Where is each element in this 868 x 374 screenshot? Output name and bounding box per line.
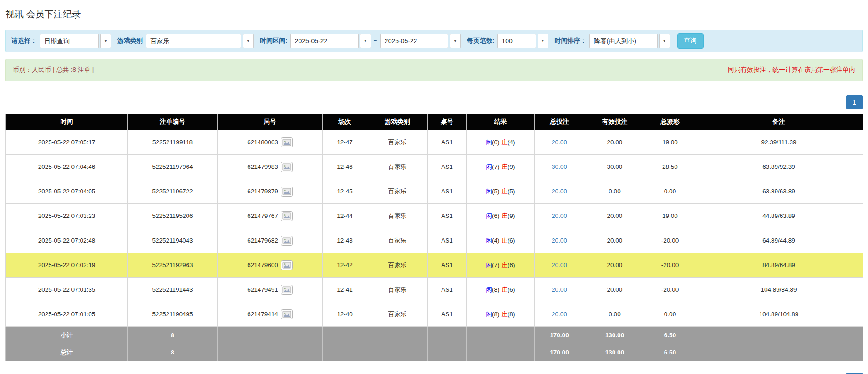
total-bet-link[interactable]: 20.00 — [552, 139, 567, 146]
bet-id-cell: 522521190495 — [128, 302, 218, 327]
date-to-select[interactable]: 2025-05-22 ▼ — [380, 34, 461, 48]
roadmap-icon[interactable] — [281, 211, 293, 221]
total-bet-cell: 20.00 — [535, 179, 584, 204]
table-number-cell: AS1 — [428, 278, 467, 302]
player-result: 闲(7) — [486, 262, 500, 268]
total-payout: 6.50 — [645, 344, 695, 361]
sort-select[interactable]: 降幂(由大到小) ▼ — [589, 34, 670, 48]
query-button[interactable]: 查询 — [677, 33, 704, 49]
chevron-down-icon[interactable]: ▼ — [659, 34, 670, 48]
player-result: 闲(7) — [486, 163, 500, 170]
query-type-value[interactable]: 日期查询 — [40, 34, 99, 48]
table-number-cell: AS1 — [428, 130, 467, 155]
chevron-down-icon[interactable]: ▼ — [450, 34, 461, 48]
bet-id-cell: 522521199118 — [128, 130, 218, 155]
total-bet-cell: 30.00 — [535, 155, 584, 179]
roadmap-icon[interactable] — [281, 309, 293, 319]
roadmap-icon[interactable] — [281, 187, 293, 197]
bet-time-cell: 2025-05-22 07:02:48 — [6, 228, 128, 253]
page-title: 视讯 会员下注纪录 — [5, 8, 863, 20]
total-bet-link[interactable]: 20.00 — [552, 237, 567, 244]
total-bet-link[interactable]: 20.00 — [552, 212, 567, 219]
banker-result: 庄(9) — [501, 163, 515, 170]
table-header-row: 时间注单编号局号场次游戏类别桌号结果总投注有效投注总派彩备注 — [6, 114, 863, 130]
page-number-button[interactable]: 1 — [846, 95, 863, 109]
result-cell: 闲(6) 庄(9) — [467, 204, 535, 228]
banker-result: 庄(9) — [501, 212, 515, 219]
table-number-cell: AS1 — [428, 228, 467, 253]
subtotal-valid-bet: 130.00 — [584, 327, 645, 344]
total-bet-cell: 20.00 — [535, 253, 584, 278]
player-result: 闲(6) — [486, 212, 500, 219]
bet-id-cell: 522521197964 — [128, 155, 218, 179]
table-number-cell: AS1 — [428, 302, 467, 327]
payout-cell: 0.00 — [645, 302, 695, 327]
empty-cell — [367, 327, 428, 344]
date-from-select[interactable]: 2025-05-22 ▼ — [290, 34, 371, 48]
note-cell: 44.89/63.89 — [695, 204, 863, 228]
roadmap-icon[interactable] — [281, 137, 293, 147]
bet-time-cell: 2025-05-22 07:04:05 — [6, 179, 128, 204]
sort-value[interactable]: 降幂(由大到小) — [589, 34, 658, 48]
table-row: 2025-05-22 07:02:48522521194043621479682… — [6, 228, 863, 253]
bet-id-cell: 522521192963 — [128, 253, 218, 278]
bet-time-cell: 2025-05-22 07:02:19 — [6, 253, 128, 278]
game-type-value[interactable]: 百家乐 — [146, 34, 241, 48]
valid-bet-cell: 20.00 — [584, 278, 645, 302]
page-container: 视讯 会员下注纪录 请选择： 日期查询 ▼ 游戏类别 百家乐 ▼ 时间区间: 2… — [0, 0, 868, 374]
query-type-label: 请选择： — [11, 37, 37, 45]
total-bet-link[interactable]: 20.00 — [552, 188, 567, 195]
column-header: 有效投注 — [584, 114, 645, 130]
empty-cell — [367, 344, 428, 361]
query-type-select[interactable]: 日期查询 ▼ — [40, 34, 111, 48]
total-bet-cell: 20.00 — [535, 204, 584, 228]
table-row: 2025-05-22 07:01:05522521190495621479414… — [6, 302, 863, 327]
round-number: 621479879 — [247, 187, 293, 197]
game-type-select[interactable]: 百家乐 ▼ — [146, 34, 254, 48]
round-number: 621479491 — [247, 285, 293, 295]
column-header: 总派彩 — [645, 114, 695, 130]
page-size-select[interactable]: 100 ▼ — [497, 34, 548, 48]
bet-time-cell: 2025-05-22 07:05:17 — [6, 130, 128, 155]
column-header: 场次 — [323, 114, 367, 130]
total-bet-link[interactable]: 30.00 — [552, 163, 567, 170]
total-valid-bet: 130.00 — [584, 344, 645, 361]
date-from-value[interactable]: 2025-05-22 — [290, 34, 359, 48]
note-cell: 63.89/92.39 — [695, 155, 863, 179]
payout-cell: 19.00 — [645, 204, 695, 228]
roadmap-icon[interactable] — [281, 162, 293, 172]
total-bet-link[interactable]: 20.00 — [552, 311, 567, 318]
date-to-value[interactable]: 2025-05-22 — [380, 34, 448, 48]
session-cell: 12-43 — [323, 228, 367, 253]
page-size-value[interactable]: 100 — [497, 34, 536, 48]
game-type-cell: 百家乐 — [367, 204, 428, 228]
bet-time-cell: 2025-05-22 07:04:46 — [6, 155, 128, 179]
player-result: 闲(0) — [486, 139, 500, 146]
banker-result: 庄(6) — [501, 286, 515, 293]
total-bet-link[interactable]: 20.00 — [552, 262, 567, 268]
player-result: 闲(8) — [486, 286, 500, 293]
empty-cell — [428, 327, 467, 344]
roadmap-icon[interactable] — [281, 260, 293, 270]
sort-label: 时间排序： — [555, 37, 587, 45]
valid-bet-cell: 0.00 — [584, 179, 645, 204]
valid-bet-cell: 20.00 — [584, 228, 645, 253]
chevron-down-icon[interactable]: ▼ — [360, 34, 371, 48]
roadmap-icon[interactable] — [281, 236, 293, 246]
round-cell: 621479682 — [218, 228, 323, 253]
chevron-down-icon[interactable]: ▼ — [100, 34, 111, 48]
table-row: 2025-05-22 07:04:05522521196722621479879… — [6, 179, 863, 204]
player-result: 闲(5) — [486, 188, 500, 195]
roadmap-icon[interactable] — [281, 285, 293, 295]
banker-result: 庄(6) — [501, 237, 515, 244]
summary-bar: 币别：人民币 | 总共 :8 注单 | 同局有效投注，统一计算在该局第一张注单内 — [5, 59, 863, 81]
chevron-down-icon[interactable]: ▼ — [538, 34, 548, 48]
chevron-down-icon[interactable]: ▼ — [243, 34, 254, 48]
session-cell: 12-41 — [323, 278, 367, 302]
column-header: 备注 — [695, 114, 863, 130]
round-number: 621480063 — [247, 137, 293, 147]
total-bet-link[interactable]: 20.00 — [552, 286, 567, 293]
round-number: 621479767 — [247, 211, 293, 221]
round-number: 621479600 — [247, 260, 293, 270]
time-range-label: 时间区间: — [260, 37, 288, 45]
